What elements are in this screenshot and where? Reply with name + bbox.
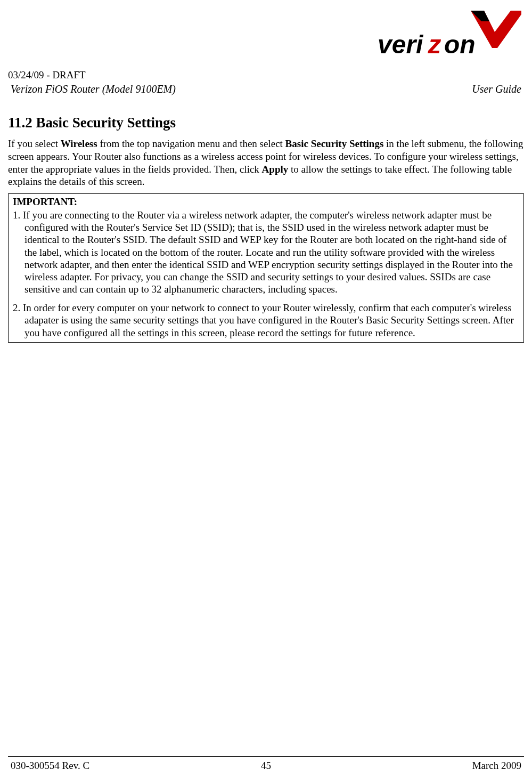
section-number: 11.2 — [8, 115, 32, 131]
draft-date: 03/24/09 - DRAFT — [8, 69, 86, 81]
footer-divider — [8, 756, 524, 757]
svg-text:veri: veri — [378, 30, 424, 59]
main-paragraph: If you select Wireless from the top navi… — [8, 137, 524, 188]
page-number: 45 — [261, 760, 271, 772]
para-bold-apply: Apply — [262, 164, 289, 175]
important-item-2: 2. In order for every computer on your n… — [13, 302, 519, 339]
svg-text:z: z — [428, 30, 441, 59]
para-text: If you select — [8, 138, 61, 149]
footer-revision: 030-300554 Rev. C — [11, 760, 89, 772]
product-name: Verizon FiOS Router (Model 9100EM) — [11, 83, 176, 95]
para-bold-wireless: Wireless — [61, 138, 97, 149]
important-box: IMPORTANT: 1. If you are connecting to t… — [8, 193, 524, 343]
svg-text:on: on — [444, 30, 476, 59]
section-title: 11.2 Basic Security Settings — [8, 115, 176, 131]
para-text: from the top navigation menu and then se… — [97, 138, 285, 149]
section-name: Basic Security Settings — [36, 115, 176, 131]
important-heading: IMPORTANT: — [13, 196, 519, 208]
para-bold-basic-security: Basic Security Settings — [285, 138, 384, 149]
guide-label: User Guide — [472, 83, 521, 95]
verizon-logo: veri z on — [378, 11, 521, 61]
footer-date: March 2009 — [472, 760, 521, 772]
important-item-1: 1. If you are connecting to the Router v… — [13, 209, 519, 295]
header-row: Verizon FiOS Router (Model 9100EM) User … — [11, 83, 521, 95]
footer-row: 030-300554 Rev. C 45 March 2009 — [11, 760, 521, 772]
